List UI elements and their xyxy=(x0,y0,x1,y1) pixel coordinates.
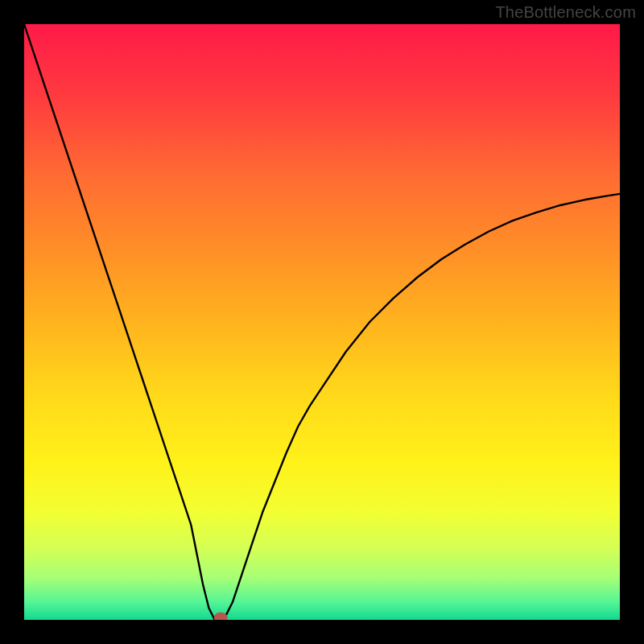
gradient-background xyxy=(24,24,620,620)
chart-frame: TheBottleneck.com xyxy=(0,0,644,644)
watermark-text: TheBottleneck.com xyxy=(495,3,636,22)
plot-area xyxy=(24,24,620,620)
chart-svg xyxy=(24,24,620,620)
optimal-point-marker xyxy=(214,613,227,620)
